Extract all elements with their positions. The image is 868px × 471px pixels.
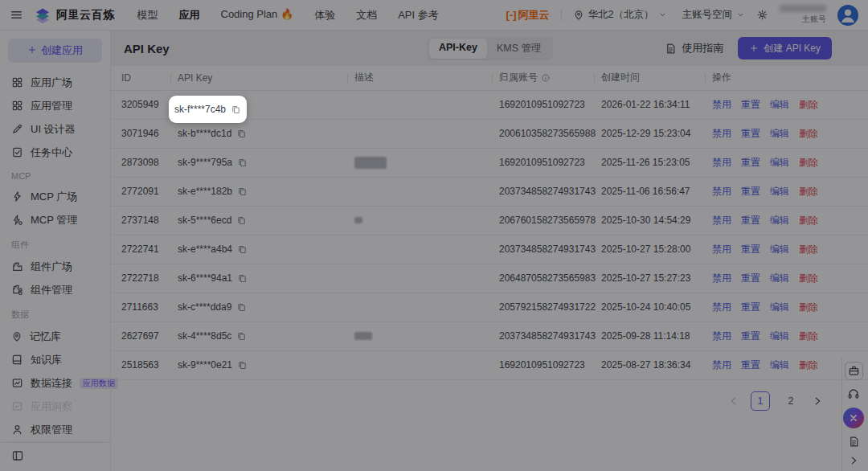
- action-delete[interactable]: 删除: [799, 244, 818, 255]
- action-disable[interactable]: 禁用: [712, 215, 731, 226]
- avatar[interactable]: [837, 5, 858, 26]
- sidebar-item-app-market[interactable]: 应用广场: [0, 71, 110, 94]
- action-reset[interactable]: 重置: [741, 244, 760, 255]
- action-delete[interactable]: 删除: [799, 301, 818, 313]
- settings-button[interactable]: [756, 9, 768, 21]
- action-disable[interactable]: 禁用: [712, 359, 731, 371]
- action-reset[interactable]: 重置: [741, 99, 760, 110]
- sidebar-item-knowledge[interactable]: 知识库: [0, 348, 110, 371]
- tab-api-key[interactable]: API-Key: [429, 39, 487, 59]
- action-edit[interactable]: 编辑: [770, 359, 789, 371]
- sidebar-item-permission[interactable]: 权限管理: [0, 418, 110, 441]
- action-disable[interactable]: 禁用: [712, 301, 731, 313]
- headset-support-icon[interactable]: [847, 387, 860, 400]
- workspace-selector[interactable]: 主账号空间: [678, 8, 746, 22]
- copy-icon[interactable]: [236, 129, 247, 139]
- action-delete[interactable]: 删除: [799, 157, 818, 168]
- pagination-next[interactable]: [812, 395, 823, 407]
- action-disable[interactable]: 禁用: [712, 272, 731, 284]
- action-disable[interactable]: 禁用: [712, 128, 731, 139]
- pagination-page-1[interactable]: 1: [751, 391, 770, 411]
- action-reset[interactable]: 重置: [741, 359, 760, 371]
- action-edit[interactable]: 编辑: [770, 157, 789, 168]
- sidebar-item-mcp-market[interactable]: MCP 广场: [0, 185, 110, 208]
- action-disable[interactable]: 禁用: [712, 186, 731, 197]
- action-disable[interactable]: 禁用: [712, 244, 731, 255]
- create-api-key-button[interactable]: 创建 API Key: [738, 37, 832, 59]
- sidebar-item-component-manage[interactable]: 组件管理: [0, 278, 110, 301]
- copy-icon[interactable]: [236, 331, 247, 342]
- action-reset[interactable]: 重置: [741, 330, 760, 342]
- action-reset[interactable]: 重置: [741, 301, 760, 313]
- tab-kms[interactable]: KMS 管理: [487, 39, 551, 59]
- nav-item-0[interactable]: 模型: [137, 8, 158, 23]
- action-reset[interactable]: 重置: [741, 157, 760, 168]
- brand[interactable]: 阿里云百炼: [35, 7, 115, 23]
- copy-icon[interactable]: [237, 244, 248, 255]
- api-key-table-card: IDAPI Key描述归属账号创建时间操作 3205949 sk-f****7c…: [111, 66, 868, 471]
- action-edit[interactable]: 编辑: [770, 301, 789, 313]
- action-delete[interactable]: 删除: [799, 215, 818, 226]
- action-reset[interactable]: 重置: [741, 272, 760, 284]
- sidebar-item-memory[interactable]: 记忆库: [0, 325, 110, 348]
- pagination-prev[interactable]: [728, 395, 739, 407]
- region-selector[interactable]: 华北2（北京）: [573, 8, 667, 22]
- action-edit[interactable]: 编辑: [770, 128, 789, 139]
- action-reset[interactable]: 重置: [741, 186, 760, 197]
- action-delete[interactable]: 删除: [799, 359, 818, 371]
- briefcase-icon[interactable]: [845, 362, 863, 380]
- region-label: 华北2（北京）: [588, 8, 654, 22]
- action-reset[interactable]: 重置: [741, 215, 760, 226]
- action-disable[interactable]: 禁用: [712, 330, 731, 342]
- sidebar-item-label: 组件管理: [31, 283, 72, 297]
- copy-icon[interactable]: [231, 104, 241, 115]
- copy-icon[interactable]: [236, 215, 247, 226]
- sidebar-item-task-center[interactable]: 任务中心: [0, 141, 110, 164]
- action-edit[interactable]: 编辑: [770, 330, 789, 342]
- action-delete[interactable]: 删除: [799, 272, 818, 284]
- action-edit[interactable]: 编辑: [770, 272, 789, 284]
- action-edit[interactable]: 编辑: [770, 186, 789, 197]
- usage-guide-link[interactable]: 使用指南: [665, 41, 723, 55]
- copy-icon[interactable]: [237, 186, 248, 197]
- action-delete[interactable]: 删除: [799, 330, 818, 342]
- sidebar-collapse-button[interactable]: [0, 442, 110, 471]
- cell-actions: 禁用重置编辑删除: [706, 293, 868, 322]
- copy-icon[interactable]: [237, 360, 248, 371]
- action-edit[interactable]: 编辑: [770, 244, 789, 255]
- cell-created: 2025-10-27 15:27:23: [595, 264, 706, 293]
- action-disable[interactable]: 禁用: [712, 157, 731, 168]
- sidebar-item-data-connect[interactable]: 数据连接 应用数据: [0, 371, 110, 395]
- action-reset[interactable]: 重置: [741, 128, 760, 139]
- sidebar-item-mcp-manage[interactable]: MCP 管理: [0, 208, 110, 231]
- sidebar-item-app-manage[interactable]: 应用管理: [0, 94, 110, 117]
- create-app-button[interactable]: 创建应用: [8, 39, 102, 63]
- action-delete[interactable]: 删除: [799, 128, 818, 139]
- nav-item-1[interactable]: 应用: [179, 8, 200, 23]
- nav-item-4[interactable]: 文档: [356, 8, 377, 23]
- action-delete[interactable]: 删除: [799, 186, 818, 197]
- pagination-page-2[interactable]: 2: [781, 391, 800, 411]
- assistant-close-button[interactable]: [843, 408, 864, 428]
- person-icon: [11, 424, 23, 436]
- nav-item-5[interactable]: API 参考: [398, 8, 439, 23]
- spotlight-api-key-cell[interactable]: sk-f****7c4b: [169, 96, 247, 123]
- nav-item-3[interactable]: 体验: [314, 8, 335, 23]
- copy-icon[interactable]: [236, 302, 247, 313]
- action-edit[interactable]: 编辑: [770, 99, 789, 110]
- sidebar-item-app-insight[interactable]: 应用洞察: [0, 395, 110, 418]
- nav-item-2[interactable]: Coding Plan 🔥: [221, 8, 294, 23]
- cell-actions: 禁用重置编辑删除: [706, 264, 868, 293]
- copy-icon[interactable]: [237, 273, 248, 284]
- sidebar-item-component-market[interactable]: 组件广场: [0, 255, 110, 278]
- aliyun-logo[interactable]: [-] 阿里云: [506, 8, 550, 23]
- chevron-right-icon[interactable]: [848, 455, 859, 466]
- info-icon[interactable]: [541, 73, 551, 83]
- sidebar-item-ui-designer[interactable]: UI 设计器: [0, 117, 110, 141]
- action-edit[interactable]: 编辑: [770, 215, 789, 226]
- feedback-doc-icon[interactable]: [848, 436, 860, 448]
- hamburger-menu-icon[interactable]: [10, 8, 23, 22]
- action-disable[interactable]: 禁用: [712, 99, 731, 110]
- action-delete[interactable]: 删除: [799, 99, 818, 110]
- copy-icon[interactable]: [237, 158, 248, 168]
